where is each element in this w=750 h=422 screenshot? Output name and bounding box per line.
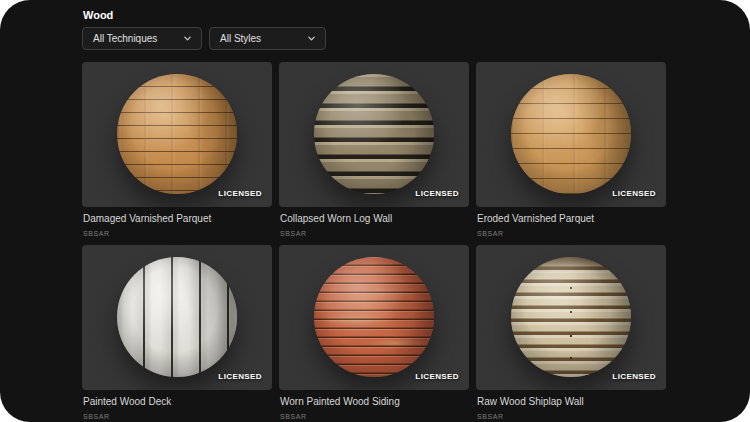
material-sphere-preview [117, 74, 237, 194]
licensed-badge: LICENSED [612, 190, 656, 198]
material-thumbnail: LICENSED [476, 62, 666, 207]
licensed-badge: LICENSED [612, 373, 656, 381]
material-thumbnail: LICENSED [82, 245, 272, 390]
licensed-badge: LICENSED [415, 373, 459, 381]
material-sphere-preview [511, 74, 631, 194]
chevron-down-icon [183, 34, 192, 43]
material-card[interactable]: LICENSED Worn Painted Wood Siding SBSAR [279, 245, 469, 422]
licensed-badge: LICENSED [218, 190, 262, 198]
material-title: Worn Painted Wood Siding [280, 396, 469, 408]
licensed-badge: LICENSED [415, 190, 459, 198]
material-card[interactable]: LICENSED Damaged Varnished Parquet SBSAR [82, 62, 272, 245]
styles-dropdown-value: All Styles [220, 34, 261, 44]
material-card[interactable]: LICENSED Eroded Varnished Parquet SBSAR [476, 62, 666, 245]
asset-browser-panel: Wood All Techniques All Styles LICENSED … [0, 0, 750, 422]
material-sphere-preview [511, 257, 631, 377]
material-card[interactable]: LICENSED Collapsed Worn Log Wall SBSAR [279, 62, 469, 245]
material-title: Painted Wood Deck [83, 396, 272, 408]
material-format: SBSAR [280, 229, 469, 238]
material-format: SBSAR [477, 412, 666, 421]
material-title: Collapsed Worn Log Wall [280, 213, 469, 225]
licensed-badge: LICENSED [218, 373, 262, 381]
material-grid: LICENSED Damaged Varnished Parquet SBSAR… [82, 62, 750, 422]
material-thumbnail: LICENSED [279, 245, 469, 390]
material-card[interactable]: LICENSED Painted Wood Deck SBSAR [82, 245, 272, 422]
chevron-down-icon [307, 34, 316, 43]
material-sphere-preview [117, 257, 237, 377]
styles-dropdown[interactable]: All Styles [209, 27, 326, 50]
material-title: Damaged Varnished Parquet [83, 213, 272, 225]
material-format: SBSAR [477, 229, 666, 238]
material-sphere-preview [314, 74, 434, 194]
material-format: SBSAR [83, 412, 272, 421]
material-thumbnail: LICENSED [82, 62, 272, 207]
material-title: Eroded Varnished Parquet [477, 213, 666, 225]
material-format: SBSAR [280, 412, 469, 421]
filter-bar: All Techniques All Styles [82, 27, 750, 50]
material-title: Raw Wood Shiplap Wall [477, 396, 666, 408]
material-thumbnail: LICENSED [476, 245, 666, 390]
techniques-dropdown[interactable]: All Techniques [82, 27, 202, 50]
material-sphere-preview [314, 257, 434, 377]
material-thumbnail: LICENSED [279, 62, 469, 207]
techniques-dropdown-value: All Techniques [93, 34, 157, 44]
material-format: SBSAR [83, 229, 272, 238]
page-title: Wood [83, 9, 750, 22]
material-card[interactable]: LICENSED Raw Wood Shiplap Wall SBSAR [476, 245, 666, 422]
